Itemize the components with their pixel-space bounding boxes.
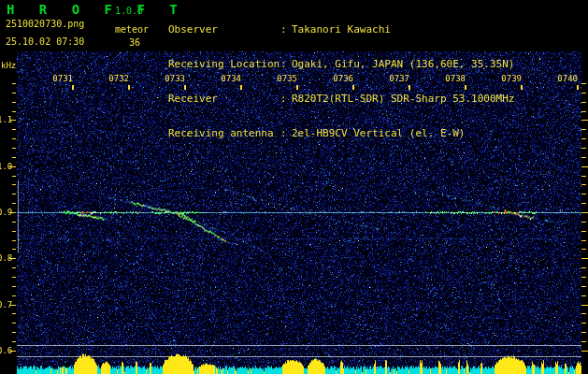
station-separator: : <box>280 128 292 139</box>
time-tick-label: 0739 <box>501 74 522 83</box>
time-tick-label: 0738 <box>445 74 466 83</box>
station-value: R820T2(RTL-SDR) SDR-Sharp 53.1000MHz <box>292 93 514 105</box>
station-row: Receiving Location:Ogaki, Gifu, JAPAN (1… <box>168 59 514 70</box>
frame-datetime: 25.10.02 07:30 <box>6 36 84 47</box>
mode-label: meteor <box>115 24 149 35</box>
app-version: 1.0.0 <box>115 6 143 16</box>
station-row: Observer:Takanori Kawachi <box>168 24 514 36</box>
time-tick-label: 0734 <box>221 74 241 83</box>
time-tick-label: 0737 <box>389 74 409 83</box>
freq-tick-label: 0.6 <box>0 346 12 355</box>
freq-tick-label: 0.7 <box>0 300 12 309</box>
hrofft-screen: H R O F F T 1.0.0 2510020730.png meteor … <box>0 0 588 374</box>
station-separator: : <box>280 59 292 70</box>
station-value: Takanori Kawachi <box>292 23 391 36</box>
time-tick-label: 0731 <box>52 74 73 83</box>
freq-tick-label: 1.1 <box>0 115 12 124</box>
time-tick-label: 0735 <box>277 74 297 83</box>
station-row: Receiver:R820T2(RTL-SDR) SDR-Sharp 53.10… <box>168 94 514 105</box>
output-filename: 2510020730.png <box>6 19 84 29</box>
station-label: Receiving Location <box>168 59 280 70</box>
app-title: H R O F F T <box>7 2 186 17</box>
meteor-count: 36 <box>129 37 140 48</box>
freq-tick-label: 1.0 <box>0 162 12 171</box>
station-separator: : <box>280 94 292 105</box>
time-tick-label: 0736 <box>333 74 353 83</box>
freq-tick-label: 0.8 <box>0 253 12 263</box>
frequency-axis-unit: kHz <box>1 61 16 70</box>
station-label: Observer <box>168 24 280 36</box>
station-label: Receiving antenna <box>168 128 280 139</box>
freq-tick-label: 0.9 <box>0 208 12 217</box>
time-tick-label: 0740 <box>557 74 578 83</box>
station-separator: : <box>280 24 292 36</box>
station-row: Receiving antenna:2el-HB9CV Vertical (el… <box>168 128 514 139</box>
station-label: Receiver <box>168 94 280 105</box>
station-value: Ogaki, Gifu, JAPAN (136.60E, 35.35N) <box>292 58 514 70</box>
time-tick-label: 0732 <box>108 74 129 83</box>
time-tick-label: 0733 <box>165 74 185 83</box>
station-value: 2el-HB9CV Vertical (el. E-W) <box>292 127 465 139</box>
